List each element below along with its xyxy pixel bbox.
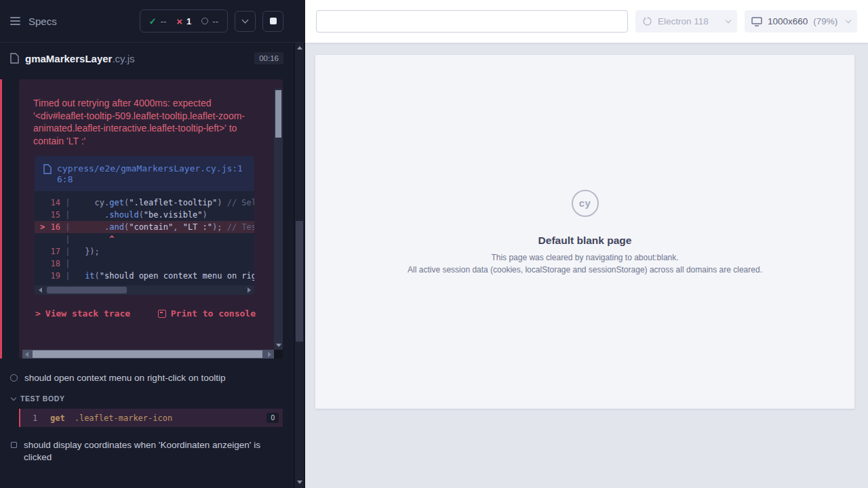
specs-label: Specs (28, 16, 57, 27)
error-actions: > View stack trace Print to console (35, 308, 256, 319)
scrollbar-thumb[interactable] (275, 90, 281, 138)
code-line: | ^ (35, 233, 254, 245)
command-count-badge: 0 (267, 413, 279, 423)
code-line: 18 | (35, 258, 254, 270)
reporter-scroll-gutter (294, 43, 305, 488)
chevron-down-icon (846, 18, 851, 23)
code-lines: 14 | cy.get(".leaflet-tooltip") // Sele … (35, 191, 254, 285)
error-message: Timed out retrying after 4000ms: expecte… (19, 79, 283, 147)
viewport-scale: (79%) (813, 16, 837, 26)
cypress-reporter: Specs ✓ -- × 1 -- gmaMarkersLayer.cy.js … (0, 0, 305, 488)
code-frame-file-link[interactable]: cypress/e2e/gmaMarkersLayer.cy.js:16:8 (35, 156, 254, 191)
stop-button[interactable] (262, 11, 283, 32)
url-input[interactable] (316, 10, 628, 33)
test-state-icon (10, 374, 18, 382)
code-frame-file: cypress/e2e/gmaMarkersLayer.cy.js:16:8 (57, 163, 245, 185)
chevron-down-icon (11, 394, 16, 400)
scrollbar-thumb[interactable] (33, 350, 262, 358)
scroll-left-button[interactable] (35, 285, 45, 295)
print-to-console-button[interactable]: Print to console (158, 308, 256, 319)
stop-icon (270, 18, 277, 24)
pending-icon (201, 18, 208, 24)
code-line: 17 | }); (35, 245, 254, 258)
arrow-down-icon (276, 344, 281, 347)
chevron-down-icon (242, 17, 249, 24)
print-to-console-label: Print to console (171, 308, 256, 319)
scroll-right-button[interactable] (243, 285, 254, 295)
pending-count: -- (212, 16, 218, 26)
arrow-right-icon (268, 352, 271, 357)
specs-menu-icon[interactable] (10, 17, 20, 25)
scrollbar-corner (274, 350, 283, 359)
console-icon (158, 310, 166, 318)
command-log-entry[interactable]: 1 get .leaflet-marker-icon 0 (19, 409, 283, 427)
browser-selector[interactable]: Electron 118 (635, 10, 737, 33)
file-icon (43, 164, 52, 174)
scroll-right-button[interactable] (265, 350, 274, 359)
spec-header: gmaMarkersLayer.cy.js 00:16 (0, 43, 305, 74)
reporter-toolbar: Specs ✓ -- × 1 -- (0, 0, 305, 43)
chevron-right-icon: > (35, 308, 41, 319)
view-stack-trace-link[interactable]: > View stack trace (35, 308, 130, 319)
arrow-up-icon (297, 46, 302, 49)
scroll-down-button[interactable] (274, 341, 283, 350)
browser-label: Electron 118 (658, 16, 709, 26)
arrow-left-icon (39, 287, 42, 293)
error-panel: Timed out retrying after 4000ms: expecte… (19, 79, 283, 359)
passed-count: -- (161, 16, 167, 26)
stat-pending: -- (201, 16, 218, 26)
test-body-label: TEST BODY (20, 394, 65, 403)
viewport-size: 1000x660 (768, 16, 808, 26)
blank-page-message-1: This page was cleared by navigating to a… (491, 253, 678, 262)
cypress-logo: cy (572, 190, 599, 217)
spec-name: gmaMarkersLayer.cy.js (25, 53, 134, 64)
scrollbar-thumb[interactable] (296, 221, 303, 342)
scroll-down-button[interactable] (295, 477, 304, 487)
command-method: get (50, 413, 65, 423)
reporter-vertical-scrollbar[interactable] (295, 43, 304, 488)
failed-count: 1 (186, 16, 191, 26)
command-target: .leaflet-marker-icon (75, 413, 173, 423)
arrow-left-icon (25, 352, 28, 357)
browser-icon (642, 16, 652, 26)
check-icon: ✓ (149, 16, 157, 26)
error-vertical-scrollbar[interactable] (274, 89, 283, 350)
aut-container: cy Default blank page This page was clea… (305, 43, 868, 488)
spec-duration: 00:16 (254, 52, 283, 64)
file-icon (10, 53, 19, 64)
code-line: 15 | .should("be.visible") (35, 209, 254, 221)
arrow-down-icon (297, 481, 302, 484)
scroll-left-button[interactable] (22, 350, 31, 359)
code-line: >16 | .and("contain", "LT :"); // Test (35, 221, 254, 233)
test-title: should open context menu on right-click … (24, 372, 225, 384)
error-horizontal-scrollbar[interactable] (22, 350, 274, 359)
test-row[interactable]: should open context menu on right-click … (0, 368, 305, 388)
scroll-up-button[interactable] (295, 43, 304, 52)
test-list: should open context menu on right-click … (0, 368, 305, 468)
test-row[interactable]: should display coordinates when 'Koordin… (0, 435, 305, 468)
code-line: 14 | cy.get(".leaflet-tooltip") // Sele (35, 197, 254, 209)
code-frame: cypress/e2e/gmaMarkersLayer.cy.js:16:8 1… (35, 156, 254, 295)
monitor-icon (751, 17, 762, 26)
collapse-button[interactable] (235, 11, 256, 32)
app-frame: Electron 118 1000x660 (79%) cy Default b… (305, 0, 868, 488)
aut-blank-page: cy Default blank page This page was clea… (315, 55, 854, 409)
code-line: 19 | it("should open context menu on rig… (35, 270, 254, 282)
chevron-down-icon (726, 18, 731, 23)
test-stats: ✓ -- × 1 -- (140, 9, 228, 33)
arrow-right-icon (248, 287, 251, 293)
code-horizontal-scrollbar[interactable] (35, 285, 254, 295)
failed-attempt-edge (0, 79, 2, 359)
x-icon: × (176, 16, 182, 26)
blank-page-message-2: All active session data (cookies, localS… (408, 265, 762, 274)
stat-passed: ✓ -- (149, 16, 167, 26)
command-number: 1 (33, 413, 50, 423)
test-body-header[interactable]: TEST BODY (0, 388, 305, 406)
stat-failed: × 1 (176, 16, 191, 26)
viewport-selector[interactable]: 1000x660 (79%) (745, 10, 857, 33)
scrollbar-thumb[interactable] (47, 287, 127, 293)
view-stack-trace-label: View stack trace (45, 308, 130, 319)
test-state-icon (11, 442, 17, 448)
app-header: Electron 118 1000x660 (79%) (305, 0, 868, 43)
blank-page-title: Default blank page (538, 235, 632, 247)
